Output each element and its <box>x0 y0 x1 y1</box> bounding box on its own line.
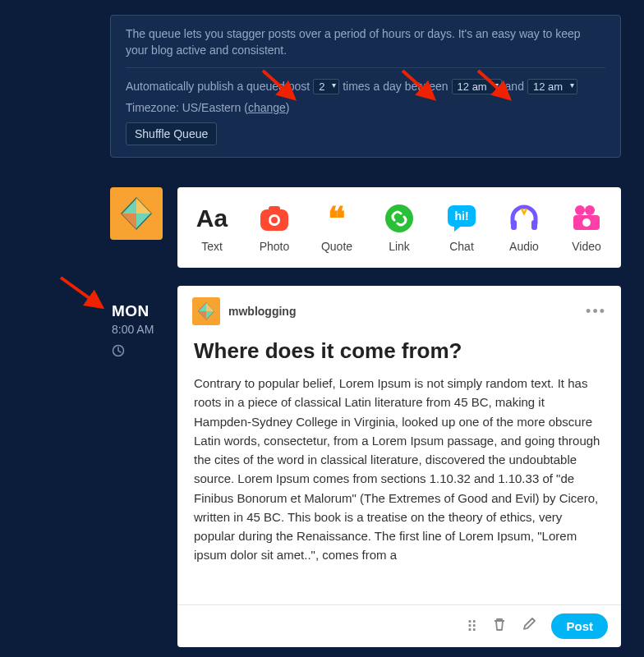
camera-icon <box>259 202 290 235</box>
post-title: Where does it come from? <box>177 330 621 370</box>
svg-point-7 <box>385 204 413 232</box>
blog-avatar[interactable] <box>110 187 163 240</box>
svg-point-14 <box>575 205 585 215</box>
compose-label: Audio <box>509 240 539 253</box>
tz-suffix: ) <box>286 101 290 114</box>
compose-video[interactable]: Video <box>559 202 614 253</box>
svg-rect-12 <box>531 220 537 230</box>
timezone-row: Timezone: US/Eastern (change) <box>126 99 605 116</box>
compose-label: Video <box>572 240 601 253</box>
headphones-icon <box>508 202 540 235</box>
queue-settings-panel: The queue lets you stagger posts over a … <box>110 15 621 158</box>
quote-icon: ❝ <box>328 202 346 235</box>
post-body: Contrary to popular belief, Lorem Ipsum … <box>177 370 621 604</box>
svg-point-15 <box>585 205 595 215</box>
compose-chat[interactable]: hi! Chat <box>435 202 489 253</box>
avatar-octahedron-icon <box>118 195 154 232</box>
and-label: and <box>505 78 524 94</box>
compose-link[interactable]: Link <box>372 202 426 253</box>
compose-label: Text <box>201 240 223 253</box>
compose-label: Chat <box>449 240 474 253</box>
video-camera-icon <box>570 202 603 235</box>
post-menu-icon[interactable]: ••• <box>586 303 606 320</box>
end-time-select[interactable]: 12 am <box>527 79 577 94</box>
compose-label: Quote <box>321 240 352 253</box>
text-icon: Aa <box>196 202 228 235</box>
post-button[interactable]: Post <box>551 613 608 639</box>
times-label: times a day between <box>343 78 448 94</box>
post-username[interactable]: mwblogging <box>228 305 296 318</box>
compose-text[interactable]: Aa Text <box>185 202 239 253</box>
compose-label: Photo <box>260 240 290 253</box>
compose-quote[interactable]: ❝ Quote <box>310 202 364 253</box>
start-time-select[interactable]: 12 am <box>452 79 502 94</box>
compose-label: Link <box>389 240 410 253</box>
svg-rect-6 <box>269 206 280 213</box>
shuffle-queue-button[interactable]: Shuffle Queue <box>126 122 217 145</box>
scheduled-time: MON 8:00 AM <box>112 302 154 361</box>
compose-audio[interactable]: Audio <box>497 202 551 253</box>
frequency-select[interactable]: 2 <box>313 79 339 94</box>
queue-auto-row: Automatically publish a queued post 2 ti… <box>126 78 605 94</box>
chat-icon: hi! <box>446 202 477 235</box>
compose-bar: Aa Text Photo ❝ Quote Link hi! Chat Audi… <box>177 187 621 268</box>
edit-icon[interactable] <box>522 617 536 636</box>
change-timezone-link[interactable]: change <box>248 101 286 114</box>
annotation-arrow <box>54 271 112 320</box>
drag-handle-icon[interactable]: ⠿ <box>467 618 477 636</box>
queued-post-card: mwblogging ••• Where does it come from? … <box>177 286 621 647</box>
auto-prefix-label: Automatically publish a queued post <box>126 78 310 94</box>
svg-point-5 <box>271 217 278 223</box>
post-footer: ⠿ Post <box>177 604 621 647</box>
clock-icon <box>112 344 154 361</box>
svg-rect-11 <box>511 220 517 230</box>
delete-icon[interactable] <box>492 617 507 636</box>
svg-text:hi!: hi! <box>454 209 468 223</box>
compose-photo[interactable]: Photo <box>247 202 301 253</box>
link-icon <box>384 202 414 235</box>
scheduled-hour: 8:00 AM <box>112 323 154 336</box>
svg-point-16 <box>582 218 591 227</box>
post-avatar[interactable] <box>192 297 220 325</box>
divider <box>126 67 605 68</box>
scheduled-day: MON <box>112 302 154 320</box>
tz-prefix: Timezone: US/Eastern ( <box>126 101 248 114</box>
queue-description: The queue lets you stagger posts over a … <box>126 25 605 59</box>
post-header: mwblogging ••• <box>177 286 621 330</box>
